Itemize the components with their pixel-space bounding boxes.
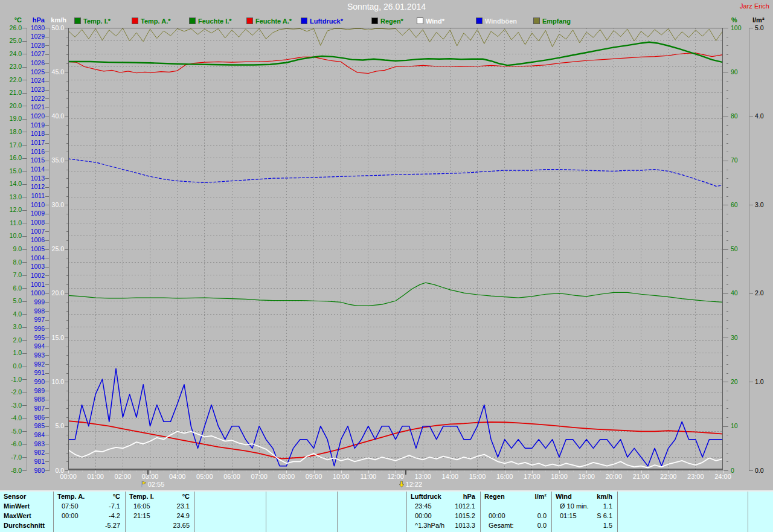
time-tick	[232, 470, 233, 473]
table-col-unit: °C	[57, 492, 120, 501]
time-minortick	[293, 470, 294, 472]
axis-tick-pct	[723, 249, 728, 250]
table-separator	[480, 492, 481, 532]
axis-tick-label-kmh: 50.0	[39, 25, 64, 31]
axis-minortick-pct	[726, 81, 728, 82]
axis-tick-label-kmh: 30.0	[39, 202, 64, 208]
axis-tick-label-lm2: 1.0	[755, 379, 773, 385]
time-tick	[341, 470, 342, 473]
time-minortick	[702, 470, 703, 472]
time-minortick	[82, 470, 83, 472]
time-minortick	[573, 470, 574, 472]
axis-tick-label-pct: 60	[731, 202, 749, 208]
time-minortick	[661, 470, 662, 472]
time-label: 05:00	[191, 473, 218, 480]
time-tick	[178, 470, 178, 473]
axis-tick-label-c: 1.0	[0, 350, 22, 356]
table-row-label: Durchschnitt	[4, 521, 51, 530]
table-separator	[125, 492, 126, 532]
legend-label: Windböen	[485, 18, 517, 25]
axis-minortick-pct	[726, 364, 728, 365]
axis-title-kmh: km/h	[39, 16, 66, 24]
time-tick	[423, 470, 423, 473]
time-minortick	[566, 470, 566, 472]
time-minortick	[634, 470, 635, 472]
time-minortick	[218, 470, 219, 472]
time-tick	[368, 470, 369, 473]
axis-minortick-pct	[726, 223, 728, 223]
time-minortick	[362, 470, 362, 472]
axis-tick-label-c: 23.0	[0, 63, 22, 70]
legend-label: Empfang	[542, 18, 571, 25]
legend-item-empfang: Empfang	[533, 18, 571, 25]
time-minortick	[130, 470, 130, 472]
axis-tick-label-c: -2.0	[0, 389, 22, 396]
station-name: Jarz Erich	[740, 2, 769, 10]
axis-tick-pct	[723, 72, 728, 72]
table-cell-value: 23.65	[129, 521, 190, 530]
time-minortick	[675, 470, 676, 472]
axis-tick-label-c: 4.0	[0, 311, 22, 318]
axis-minortick-pct	[726, 400, 728, 400]
axis-minortick-pct	[726, 178, 728, 179]
time-minortick	[136, 470, 137, 472]
time-minortick	[375, 470, 376, 472]
axis-minortick-pct	[726, 461, 728, 462]
time-minortick	[429, 470, 430, 472]
time-label: 16:00	[492, 473, 518, 480]
axis-minortick-pct	[726, 63, 728, 64]
temp-a-swatch-icon	[132, 18, 138, 24]
axis-tick-c	[22, 262, 27, 263]
axis-tick-label-c: 25.0	[0, 37, 22, 44]
time-tick	[314, 470, 315, 473]
time-marker: 02:55	[141, 481, 165, 489]
table-separator	[194, 492, 195, 532]
time-tick	[532, 470, 533, 473]
time-minortick	[327, 470, 328, 472]
axis-tick-c	[22, 67, 27, 68]
axis-minortick-pct	[726, 170, 728, 170]
regen-swatch-icon	[371, 18, 378, 24]
axis-title-pct: %	[731, 16, 749, 24]
axis-tick-label-kmh: 40.0	[39, 113, 64, 120]
time-minortick	[648, 470, 649, 472]
table-cell-value: 0.0	[484, 521, 547, 530]
axis-tick-lm2	[749, 117, 753, 117]
legend-item-feuchte-i: Feuchte I.*	[189, 18, 232, 25]
time-minortick	[621, 470, 621, 472]
table-separator	[551, 492, 552, 532]
weather-chart-window: Sonntag, 26.01.2014 Jarz Erich Temp. I.*…	[0, 0, 773, 532]
time-minortick	[321, 470, 321, 472]
axis-tick-label-c: -4.0	[0, 415, 22, 421]
arrow-down-icon	[399, 481, 405, 488]
axis-tick-pct	[723, 205, 728, 205]
axis-spine	[27, 28, 27, 470]
table-cell-value: 1.1	[556, 502, 612, 511]
table-cell-value: -5.27	[57, 521, 120, 530]
axis-tick-label-c: 13.0	[0, 194, 22, 200]
time-minortick	[689, 470, 690, 472]
legend-label: Feuchte A.*	[255, 18, 292, 25]
time-minortick	[716, 470, 717, 472]
time-minortick	[354, 470, 355, 472]
time-label: 11:00	[355, 473, 382, 480]
axis-spine	[749, 28, 749, 470]
time-minortick	[307, 470, 307, 472]
table-cell-value: -4.2	[57, 511, 120, 521]
axis-tick-label-c: -5.0	[0, 428, 22, 435]
time-minortick	[580, 470, 580, 472]
axis-tick-label-lm2: 0.0	[755, 467, 773, 474]
axis-tick-lm2	[749, 470, 753, 471]
table-col-unit: °C	[129, 492, 190, 501]
time-tick	[723, 470, 723, 473]
time-label: 10:00	[328, 473, 354, 480]
temp-i-swatch-icon	[74, 18, 81, 24]
legend-item-luftdruck: Luftdruck*	[301, 18, 343, 25]
axis-tick-pct	[723, 117, 728, 117]
axis-tick-label-c: 21.0	[0, 89, 22, 96]
time-tick	[641, 470, 642, 473]
time-minortick	[600, 470, 601, 472]
time-marker-tick	[405, 470, 406, 475]
axis-tick-label-kmh: 10.0	[39, 379, 64, 385]
axis-minortick-pct	[726, 347, 728, 347]
